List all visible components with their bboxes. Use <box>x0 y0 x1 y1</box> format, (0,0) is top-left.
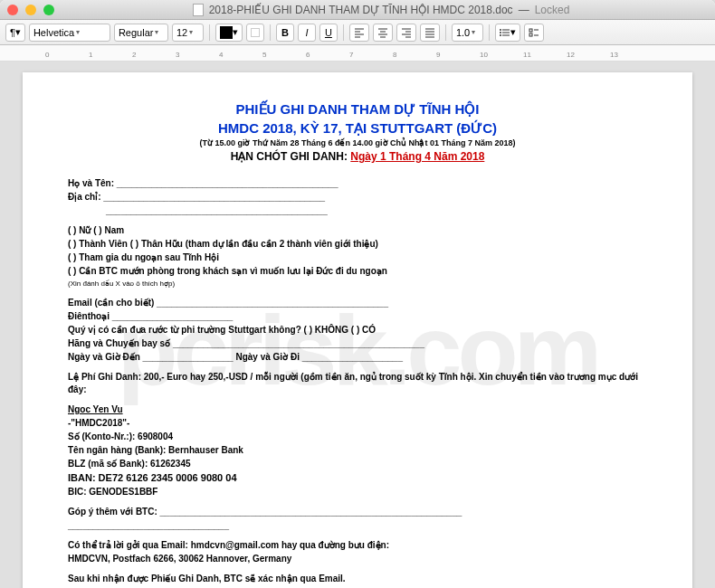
document-content: PHIẾU GHI DANH THAM DỰ TĨNH HỘI HMDC 201… <box>68 100 647 588</box>
separator <box>445 24 446 41</box>
font-family-select[interactable]: Helvetica▾ <box>29 24 110 42</box>
reply-info: Có thể trả lời gởi qua Email: hmdcvn@gma… <box>68 539 647 552</box>
font-size-value: 12 <box>176 27 187 38</box>
formatting-toolbar: ¶▾ Helvetica▾ Regular▾ 12▾ ▾ B I U 1.0▾ … <box>0 20 715 45</box>
field-flight: Hãng và Chuyến bay số __________________… <box>68 337 647 350</box>
zoom-button[interactable] <box>43 5 54 15</box>
line-spacing-select[interactable]: 1.0▾ <box>452 24 483 42</box>
svg-point-1 <box>500 32 501 33</box>
ruler-tick: 10 <box>480 51 488 59</box>
ruler-tick: 7 <box>349 51 353 59</box>
list-button[interactable]: ▾ <box>495 24 520 42</box>
italic-button[interactable]: I <box>298 24 316 42</box>
filename: 2018-PHIẾU GHI DANH THAM DỰ TĨNH HỘI HMD… <box>209 4 513 16</box>
align-center-button[interactable] <box>373 24 393 42</box>
title-line1: PHIẾU GHI DANH THAM DỰ TĨNH HỘI <box>68 100 647 119</box>
field-room: ( ) Cần BTC mướn phòng trong khách sạn v… <box>68 265 647 278</box>
ruler-tick: 0 <box>45 51 49 59</box>
underline-button[interactable]: U <box>319 24 338 42</box>
ruler-tick: 4 <box>219 51 223 59</box>
bold-button[interactable]: B <box>276 24 294 42</box>
account-number: Số (Konto-Nr.:): 6908004 <box>68 431 647 443</box>
separator <box>343 24 344 41</box>
checklist-button[interactable] <box>524 24 544 42</box>
payee: Ngoc Yen Vu <box>68 403 647 416</box>
ruler-tick: 11 <box>523 51 531 59</box>
checklist-icon <box>529 27 539 38</box>
field-tour: ( ) Tham gia du ngoạn sau Tĩnh Hội <box>68 251 647 264</box>
align-left-button[interactable] <box>349 24 369 42</box>
field-email: Email (cần cho biết) ___________________… <box>68 297 647 309</box>
highlight-button[interactable] <box>246 24 264 42</box>
minimize-button[interactable] <box>25 5 36 15</box>
deadline-label: HẠN CHÓT GHI DANH: <box>231 150 348 163</box>
page-area[interactable]: pcrisk.com PHIẾU GHI DANH THAM DỰ TĨNH H… <box>0 62 715 588</box>
line-spacing-value: 1.0 <box>456 27 470 38</box>
separator <box>209 24 210 41</box>
svg-rect-4 <box>529 33 532 36</box>
svg-rect-3 <box>529 29 532 32</box>
svg-point-0 <box>500 29 501 31</box>
field-address2: ________________________________________… <box>68 204 647 217</box>
payment-ref: -"HMDC2018"- <box>68 417 647 430</box>
document-icon <box>193 4 204 16</box>
deadline-date: Ngày 1 Tháng 4 Năm 2018 <box>350 150 484 163</box>
ruler-tick: 12 <box>567 51 575 59</box>
window-controls <box>7 5 54 15</box>
field-phone: Điênthoại ________________________ <box>68 310 647 323</box>
highlight-icon <box>251 28 260 37</box>
bank-name: Tên ngân hàng (Bank): Bernhauser Bank <box>68 444 647 457</box>
field-member: ( ) Thành Viên ( ) Thân Hữu (tham dự lần… <box>68 238 647 251</box>
bic: BIC: GENODES1BBF <box>68 486 647 498</box>
page: pcrisk.com PHIẾU GHI DANH THAM DỰ TĨNH H… <box>23 72 692 588</box>
ruler-tick: 8 <box>393 51 396 59</box>
ruler-tick: 2 <box>132 51 136 59</box>
subtitle: (Từ 15.00 giờ Thứ Năm 28 Tháng 6 đến 14.… <box>68 138 647 149</box>
field-pickup: Quý vị có cần đưa rước từ phi trường Stu… <box>68 324 647 337</box>
iban: IBAN: DE72 6126 2345 0006 9080 04 <box>68 471 647 485</box>
separator <box>270 24 271 41</box>
confirm-text: Sau khi nhận được Phiếu Ghi Danh, BTC sẽ… <box>68 573 647 585</box>
close-button[interactable] <box>7 5 18 15</box>
font-size-select[interactable]: 12▾ <box>172 24 204 42</box>
field-address: Địa chỉ: _______________________________… <box>68 191 647 204</box>
ruler-tick: 6 <box>306 51 310 59</box>
color-swatch-icon <box>220 26 233 39</box>
align-center-icon <box>377 27 388 38</box>
separator <box>489 24 490 41</box>
check-note: (Xin đánh dấu X vào ô thích hợp) <box>68 279 647 289</box>
lock-status: Locked <box>535 4 570 16</box>
donate: Góp ý thêm với BTC: ____________________… <box>68 506 647 518</box>
align-right-button[interactable] <box>396 24 416 42</box>
blz: BLZ (mã số Bank): 61262345 <box>68 458 647 470</box>
align-right-icon <box>401 27 412 38</box>
font-weight-select[interactable]: Regular▾ <box>114 24 168 42</box>
align-justify-icon <box>424 27 435 38</box>
font-family-value: Helvetica <box>33 27 74 38</box>
ruler-tick: 5 <box>262 51 266 59</box>
field-gender: ( ) Nữ ( ) Nam <box>68 224 647 237</box>
document-header: PHIẾU GHI DANH THAM DỰ TĨNH HỘI HMDC 201… <box>68 100 647 164</box>
text-color-button[interactable]: ▾ <box>215 24 243 42</box>
field-times: Ngày và Giờ Đến __________________ Ngày … <box>68 351 647 364</box>
ruler-tick: 3 <box>176 51 179 59</box>
list-icon <box>500 27 510 38</box>
dash: — <box>519 4 529 16</box>
svg-point-2 <box>500 34 501 36</box>
paragraph-style-button[interactable]: ¶▾ <box>5 24 25 42</box>
titlebar: 2018-PHIẾU GHI DANH THAM DỰ TĨNH HỘI HMD… <box>0 0 715 20</box>
fee-text: Lệ Phí Ghi Danh: 200,- Euro hay 250,-USD… <box>68 371 647 396</box>
font-weight-value: Regular <box>119 27 154 38</box>
deadline: HẠN CHÓT GHI DANH: Ngày 1 Tháng 4 Năm 20… <box>68 149 647 165</box>
postal-address: HMDCVN, Postfach 6266, 30062 Hannover, G… <box>68 553 647 565</box>
title-area: 2018-PHIẾU GHI DANH THAM DỰ TĨNH HỘI HMD… <box>54 4 708 16</box>
ruler: 0 1 2 3 4 5 6 7 8 9 10 11 12 13 <box>0 45 715 62</box>
align-left-icon <box>354 27 365 38</box>
title-line2: HMDC 2018, KỲ 17, TẠI STUTTGART (ĐỨC) <box>68 119 647 138</box>
document-window: 2018-PHIẾU GHI DANH THAM DỰ TĨNH HỘI HMD… <box>0 0 715 588</box>
ruler-tick: 13 <box>610 51 618 59</box>
donate2: ________________________________ <box>68 519 647 532</box>
align-justify-button[interactable] <box>420 24 440 42</box>
ruler-tick: 1 <box>89 51 92 59</box>
ruler-tick: 9 <box>436 51 440 59</box>
